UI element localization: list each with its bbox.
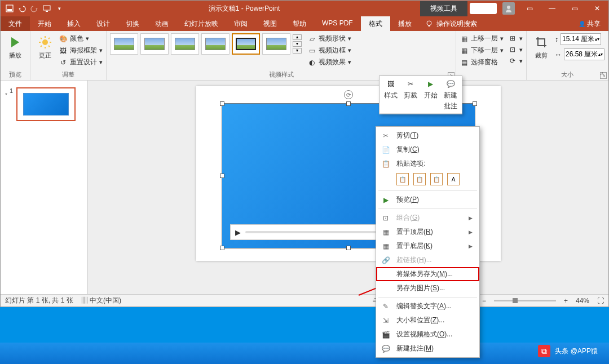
style-thumb[interactable] — [201, 33, 230, 55]
cm-cut[interactable]: ✂剪切(T) — [376, 128, 479, 143]
mini-start-button[interactable]: ▶开始 — [424, 78, 438, 111]
cm-save-media-as[interactable]: 将媒体另存为(M)... — [376, 267, 479, 281]
paste-option-4[interactable]: A — [447, 173, 460, 185]
start-from-beginning-icon[interactable] — [42, 4, 51, 13]
minimize-button[interactable]: — — [541, 1, 563, 16]
tell-me-search[interactable]: 操作说明搜索 — [420, 16, 483, 31]
qat-more-icon[interactable]: ▾ — [55, 4, 64, 13]
group-video-styles: ▴▾▾ ▱视频形状 ▾ ▭视频边框 ▾ ◐视频效果 ▾ 视频样式 ↘ — [107, 31, 456, 80]
share-button[interactable]: 👤 共享 — [571, 16, 608, 31]
resize-handle[interactable] — [346, 246, 351, 250]
save-icon[interactable] — [5, 4, 14, 13]
cm-bring-front[interactable]: ▦置于顶层(R)▶ — [376, 225, 479, 239]
width-input[interactable]: ↔26.58 厘米▴▾ — [555, 48, 604, 60]
style-thumb[interactable] — [110, 33, 138, 55]
height-input[interactable]: ↕15.14 厘米▴▾ — [555, 33, 604, 45]
paste-option-1[interactable]: 📋 — [396, 173, 409, 185]
maximize-button[interactable]: ▭ — [563, 1, 586, 16]
color-button[interactable]: 🎨颜色 ▾ — [59, 33, 103, 44]
windows-taskbar[interactable] — [0, 343, 609, 364]
style-thumb[interactable] — [171, 33, 199, 55]
style-thumb[interactable] — [262, 33, 290, 55]
mini-comment-button[interactable]: 💬新建批注 — [444, 78, 457, 111]
gallery-expand[interactable]: ▴▾▾ — [293, 34, 302, 54]
resize-handle[interactable] — [220, 101, 224, 106]
crop-button[interactable]: 裁剪 — [530, 33, 553, 61]
svg-line-13 — [48, 46, 50, 47]
statusbar: 幻灯片 第 1 张, 共 1 张 ▥ 中文(中国) ≐ 备注 💬 批 ▦ ⊞ ▭… — [1, 294, 608, 307]
account-avatar-icon[interactable] — [502, 2, 515, 15]
tab-animations[interactable]: 动画 — [147, 16, 176, 31]
cm-new-comment[interactable]: 💬新建批注(M) — [376, 341, 479, 356]
tab-review[interactable]: 审阅 — [226, 16, 255, 31]
tab-help[interactable]: 帮助 — [285, 16, 314, 31]
video-shape-button[interactable]: ▱视频形状 ▾ — [307, 33, 351, 44]
rotate-button[interactable]: ⟳▾ — [508, 56, 523, 66]
selection-pane-button[interactable]: ▤选择窗格 — [460, 57, 504, 68]
blank-icon — [381, 284, 391, 293]
slide-thumbnail-1[interactable]: 1 * — [5, 87, 83, 121]
reset-design-button[interactable]: ↺重置设计 ▾ — [59, 57, 103, 68]
cm-send-back[interactable]: ▦置于底层(K)▶ — [376, 239, 479, 253]
ribbon-display-button[interactable]: ▭ — [518, 1, 541, 16]
style-thumb[interactable] — [140, 33, 169, 55]
zoom-level[interactable]: 44% — [576, 297, 589, 305]
close-button[interactable]: ✕ — [586, 1, 608, 16]
group-button[interactable]: ⊡▾ — [508, 45, 523, 55]
zoom-slider[interactable] — [494, 300, 556, 301]
tab-format[interactable]: 格式 — [361, 16, 390, 31]
corrections-button[interactable]: 更正 — [34, 33, 56, 61]
collapse-ribbon-icon[interactable]: ㅅ — [599, 70, 605, 78]
bring-forward-button[interactable]: ▦上移一层 ▾ — [460, 33, 504, 44]
rotate-handle[interactable]: ⟳ — [344, 90, 353, 99]
video-effects-button[interactable]: ◐视频效果 ▾ — [307, 57, 351, 68]
group-adjust: 更正 🎨颜色 ▾ 🖼海报框架 ▾ ↺重置设计 ▾ 调整 — [30, 31, 107, 80]
tab-design[interactable]: 设计 — [89, 16, 118, 31]
undo-icon[interactable] — [17, 4, 27, 13]
tab-insert[interactable]: 插入 — [59, 16, 89, 31]
slide-canvas[interactable]: ⟳ ▶ — [88, 81, 608, 294]
mini-trim-button[interactable]: ✂剪裁 — [404, 78, 417, 111]
tab-transitions[interactable]: 切换 — [118, 16, 147, 31]
tab-wps-pdf[interactable]: WPS PDF — [314, 16, 361, 31]
resize-handle[interactable] — [220, 174, 224, 178]
video-styles-gallery[interactable]: ▴▾▾ — [110, 33, 302, 55]
align-button[interactable]: ⊞▾ — [508, 33, 523, 43]
resize-handle[interactable] — [346, 101, 351, 106]
poster-frame-button[interactable]: 🖼海报框架 ▾ — [59, 45, 103, 56]
cm-copy[interactable]: 📄复制(C) — [376, 143, 479, 157]
tab-file[interactable]: 文件 — [1, 16, 30, 31]
send-backward-button[interactable]: ▦下移一层 ▾ — [460, 45, 504, 56]
paste-option-3[interactable]: 📋 — [430, 173, 443, 185]
fit-window-icon[interactable]: ⛶ — [597, 297, 604, 305]
height-icon: ↕ — [555, 35, 558, 43]
account-name[interactable] — [470, 3, 497, 14]
app-window: ▾ 演示文稿1 - PowerPoint 视频工具 ▭ — ▭ ✕ 文件 开始 … — [0, 0, 609, 307]
front-icon: ▦ — [381, 228, 391, 237]
tab-home[interactable]: 开始 — [30, 16, 59, 31]
play-button[interactable]: ▶ — [231, 228, 245, 237]
style-thumb-selected[interactable] — [232, 33, 260, 55]
cm-preview[interactable]: ▶预览(P) — [376, 193, 479, 207]
cm-edit-alt-text[interactable]: ✎编辑替换文字(A)... — [376, 299, 479, 313]
tab-playback[interactable]: 播放 — [390, 16, 420, 31]
slide-counter[interactable]: 幻灯片 第 1 张, 共 1 张 — [5, 296, 73, 305]
cut-icon: ✂ — [381, 131, 391, 140]
video-border-button[interactable]: ▭视频边框 ▾ — [307, 45, 351, 56]
play-preview-button[interactable]: 播放 — [4, 33, 27, 61]
language-indicator[interactable]: ▥ 中文(中国) — [81, 296, 121, 305]
paste-option-2[interactable]: 📋 — [413, 173, 426, 185]
resize-handle[interactable] — [473, 101, 477, 106]
zoom-out-button[interactable]: − — [482, 297, 486, 305]
slide-thumbnails-pane[interactable]: 1 * — [1, 81, 88, 294]
cm-format-video[interactable]: 🎬设置视频格式(O)... — [376, 327, 479, 341]
resize-handle[interactable] — [220, 246, 224, 250]
tab-view[interactable]: 视图 — [255, 16, 285, 31]
color-icon: 🎨 — [59, 34, 68, 43]
mini-style-button[interactable]: 🖼样式 — [384, 78, 398, 111]
zoom-in-button[interactable]: + — [564, 297, 568, 305]
cm-save-as-picture[interactable]: 另存为图片(S)... — [376, 281, 479, 295]
cm-size-position[interactable]: ⇲大小和位置(Z)... — [376, 313, 479, 327]
tab-slideshow[interactable]: 幻灯片放映 — [176, 16, 226, 31]
redo-icon[interactable] — [30, 4, 39, 13]
